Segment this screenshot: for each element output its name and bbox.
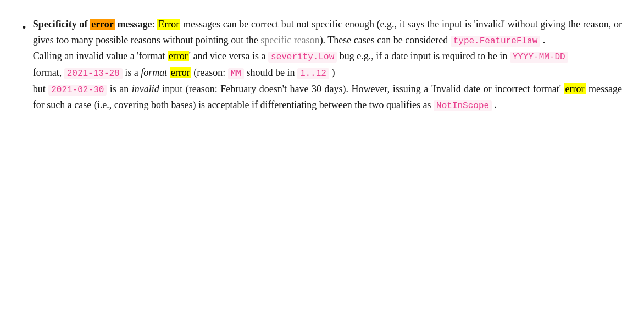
specificity-word: Specificity of — [33, 19, 90, 30]
is-an-text: is an — [107, 83, 132, 94]
bullet-symbol: • — [22, 18, 26, 37]
format-italic: format — [141, 67, 167, 78]
specificity-label: Specificity of error message — [33, 19, 152, 30]
close-paren: ) — [329, 67, 335, 78]
severity-low-code: severity.Low — [268, 52, 337, 63]
bullet-point: • Specificity of error message: Error me… — [22, 16, 622, 114]
yyyy-mm-dd-code: YYYY-MM-DD — [510, 52, 568, 63]
paragraph-body: Specificity of error message: Error mess… — [33, 16, 622, 114]
date-2-code: 2021-02-30 — [48, 85, 107, 96]
range-code: 1..12 — [297, 68, 329, 79]
calling-invalid: Calling an invalid value a 'format — [33, 51, 168, 61]
not-in-scope-code: NotInScope — [434, 100, 492, 111]
final-period: . — [492, 99, 497, 110]
error-highlight-yellow-2: error — [168, 51, 189, 61]
type-feature-flaw-code: type.FeatureFlaw — [451, 36, 541, 47]
should-be-in: should be in — [244, 67, 297, 78]
error-highlight-orange: error — [90, 19, 115, 30]
error-highlight-yellow-1: Error — [157, 19, 180, 30]
format-text: format, — [33, 67, 64, 78]
error-highlight-yellow-3: error — [170, 67, 191, 78]
message-word: message — [115, 19, 152, 30]
input-reason: input (reason: February doesn't have 30 … — [159, 83, 564, 94]
paragraph-text: Specificity of error message: Error mess… — [33, 16, 622, 114]
is-a-text: is a — [123, 67, 141, 78]
date-1-code: 2021-13-28 — [64, 68, 123, 79]
error-highlight-yellow-4: error — [564, 83, 586, 94]
and-vice-versa: ' and vice versa is a — [189, 51, 268, 61]
gray-text-1: specific reason — [260, 35, 319, 46]
reason-mm: (reason: — [191, 67, 228, 78]
bug-text: bug e.g., if a date input is required to… — [337, 51, 509, 61]
period-1: . — [540, 35, 545, 46]
mm-code: MM — [228, 68, 244, 79]
invalid-italic: invalid — [132, 83, 159, 94]
colon: : — [152, 19, 158, 30]
but-text: but — [33, 83, 49, 94]
